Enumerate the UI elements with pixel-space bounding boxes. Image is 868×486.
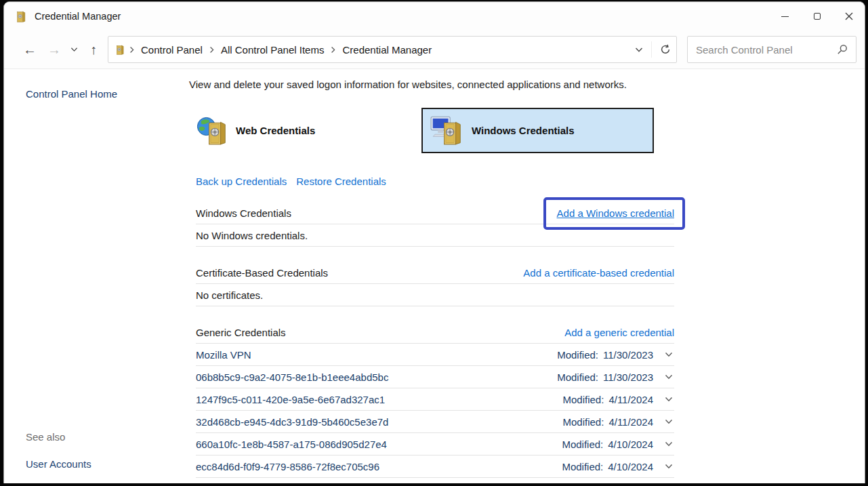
navigation-bar: ← → ↑ Control Panel All Control Panel It… bbox=[4, 31, 865, 69]
minimize-icon bbox=[781, 16, 789, 17]
section-certificate-based-credentials: Certificate-Based Credentials Add a cert… bbox=[196, 262, 674, 306]
modified-date: 4/10/2024 bbox=[608, 439, 653, 450]
chevron-down-icon bbox=[70, 47, 78, 52]
expand-chevron-icon[interactable] bbox=[665, 464, 673, 469]
credential-name: Mozilla VPN bbox=[196, 349, 251, 361]
modified-label: Modified: bbox=[563, 394, 604, 405]
expand-chevron-icon[interactable] bbox=[665, 374, 673, 380]
credential-tabs: Web Credentials Windows Credentials bbox=[189, 108, 674, 153]
credential-row[interactable]: 06b8b5c9-c9a2-4075-8e1b-b1eee4abd5bc Mod… bbox=[196, 366, 674, 388]
chevron-right-icon bbox=[125, 46, 138, 54]
add-windows-credential-link[interactable]: Add a Windows credential bbox=[557, 207, 674, 219]
modified-date: 4/11/2024 bbox=[608, 394, 653, 405]
forward-button[interactable]: → bbox=[42, 40, 66, 59]
close-icon bbox=[845, 12, 853, 20]
chevron-right-icon bbox=[327, 46, 339, 54]
web-credentials-icon bbox=[196, 113, 230, 148]
modified-label: Modified: bbox=[562, 439, 603, 450]
credential-name: 32d468cb-e945-4dc3-91d9-5b460c5e3e7d bbox=[196, 416, 388, 428]
address-dropdown-button[interactable] bbox=[635, 47, 643, 53]
expand-chevron-icon[interactable] bbox=[665, 397, 673, 402]
expand-chevron-icon[interactable] bbox=[665, 419, 673, 424]
page-description: View and delete your saved logon informa… bbox=[189, 79, 674, 90]
credential-row[interactable]: 1247f9c5-c011-420e-9a5e-6e67ad327ac1 Mod… bbox=[196, 388, 674, 410]
search-box bbox=[687, 36, 856, 63]
title-bar: Credential Manager bbox=[4, 2, 865, 31]
windows-credentials-icon bbox=[430, 113, 466, 149]
content-area: View and delete your saved logon informa… bbox=[189, 69, 674, 483]
modified-date: 11/30/2023 bbox=[603, 349, 653, 361]
credential-row[interactable]: ecc84d6d-f0f9-4779-8586-72f8ec705c96 Mod… bbox=[196, 455, 674, 477]
section-title: Generic Credentials bbox=[196, 327, 286, 338]
recent-pages-dropdown[interactable] bbox=[66, 44, 82, 55]
refresh-button[interactable] bbox=[660, 44, 671, 55]
credential-row[interactable]: 32d468cb-e945-4dc3-91d9-5b460c5e3e7d Mod… bbox=[196, 411, 674, 432]
modified-label: Modified: bbox=[563, 416, 604, 428]
section-windows-credentials: Windows Credentials Add a Windows creden… bbox=[196, 202, 674, 247]
divider bbox=[196, 246, 674, 247]
credential-name: ecc84d6d-f0f9-4779-8586-72f8ec705c96 bbox=[196, 461, 379, 472]
app-vault-icon bbox=[16, 11, 27, 22]
credential-name: 1247f9c5-c011-420e-9a5e-6e67ad327ac1 bbox=[196, 394, 385, 405]
window-title: Credential Manager bbox=[35, 11, 121, 22]
modified-label: Modified: bbox=[562, 461, 603, 472]
sidebar-item-user-accounts[interactable]: User Accounts bbox=[26, 458, 91, 470]
modified-date: 4/10/2024 bbox=[608, 461, 653, 472]
sidebar-item-control-panel-home[interactable]: Control Panel Home bbox=[26, 88, 189, 100]
chevron-right-icon bbox=[205, 46, 218, 54]
tab-label: Web Credentials bbox=[236, 125, 315, 136]
modified-label: Modified: bbox=[580, 483, 621, 484]
search-icon[interactable] bbox=[837, 44, 848, 55]
sidebar: Control Panel Home See also User Account… bbox=[4, 69, 189, 483]
section-title: Certificate-Based Credentials bbox=[196, 267, 328, 279]
up-button[interactable]: ↑ bbox=[85, 40, 102, 59]
chevron-down-icon bbox=[635, 47, 643, 53]
sidebar-see-also-group: See also User Accounts bbox=[26, 431, 189, 470]
breadcrumb-control-panel[interactable]: Control Panel bbox=[138, 44, 205, 56]
credential-name: MicrosoftAccount:user=raistark37@outlook… bbox=[196, 483, 412, 484]
modified-label: Modified: bbox=[557, 349, 598, 361]
section-title: Windows Credentials bbox=[196, 207, 291, 219]
credential-row[interactable]: Mozilla VPN Modified: 11/30/2023 bbox=[196, 344, 674, 365]
credential-row[interactable]: 660a10fc-1e8b-4587-a175-086d905d27e4 Mod… bbox=[196, 433, 674, 455]
search-input[interactable] bbox=[688, 44, 837, 56]
refresh-icon bbox=[660, 44, 671, 55]
empty-message: No certificates. bbox=[196, 289, 263, 301]
add-generic-credential-link[interactable]: Add a generic credential bbox=[564, 327, 674, 338]
breadcrumb-credential-manager[interactable]: Credential Manager bbox=[339, 44, 434, 56]
modified-date: Today bbox=[626, 483, 653, 484]
divider bbox=[196, 306, 674, 306]
expand-chevron-icon[interactable] bbox=[665, 441, 673, 447]
credential-manager-window: Credential Manager ← → ↑ Control Panel A… bbox=[3, 1, 865, 483]
tab-label: Windows Credentials bbox=[472, 125, 575, 136]
minimize-button[interactable] bbox=[769, 2, 801, 31]
add-certificate-based-credential-link[interactable]: Add a certificate-based credential bbox=[523, 267, 674, 279]
maximize-icon bbox=[814, 13, 821, 20]
modified-label: Modified: bbox=[557, 371, 598, 383]
see-also-label: See also bbox=[26, 431, 189, 443]
backup-credentials-link[interactable]: Back up Credentials bbox=[196, 176, 287, 187]
credential-row[interactable]: MicrosoftAccount:user=raistark37@outlook… bbox=[196, 478, 674, 483]
modified-date: 11/30/2023 bbox=[603, 371, 653, 383]
credential-name: 06b8b5c9-c9a2-4075-8e1b-b1eee4abd5bc bbox=[196, 371, 388, 383]
address-vault-icon bbox=[115, 45, 125, 55]
divider bbox=[651, 41, 652, 58]
maximize-button[interactable] bbox=[801, 2, 833, 31]
address-bar[interactable]: Control Panel All Control Panel Items Cr… bbox=[108, 36, 677, 63]
window-controls bbox=[769, 2, 865, 31]
back-button[interactable]: ← bbox=[18, 40, 42, 59]
section-generic-credentials: Generic Credentials Add a generic creden… bbox=[196, 321, 674, 483]
credential-actions: Back up Credentials Restore Credentials bbox=[196, 176, 674, 187]
breadcrumb-all-control-panel-items[interactable]: All Control Panel Items bbox=[218, 44, 327, 56]
restore-credentials-link[interactable]: Restore Credentials bbox=[296, 176, 386, 187]
credential-name: 660a10fc-1e8b-4587-a175-086d905d27e4 bbox=[196, 439, 387, 450]
empty-message: No Windows credentials. bbox=[196, 230, 308, 241]
close-button[interactable] bbox=[833, 2, 865, 31]
modified-date: 4/11/2024 bbox=[608, 416, 653, 428]
tab-windows-credentials[interactable]: Windows Credentials bbox=[421, 108, 654, 153]
tab-web-credentials[interactable]: Web Credentials bbox=[196, 108, 421, 153]
main-area: Control Panel Home See also User Account… bbox=[4, 69, 865, 483]
expand-chevron-icon[interactable] bbox=[665, 352, 673, 357]
